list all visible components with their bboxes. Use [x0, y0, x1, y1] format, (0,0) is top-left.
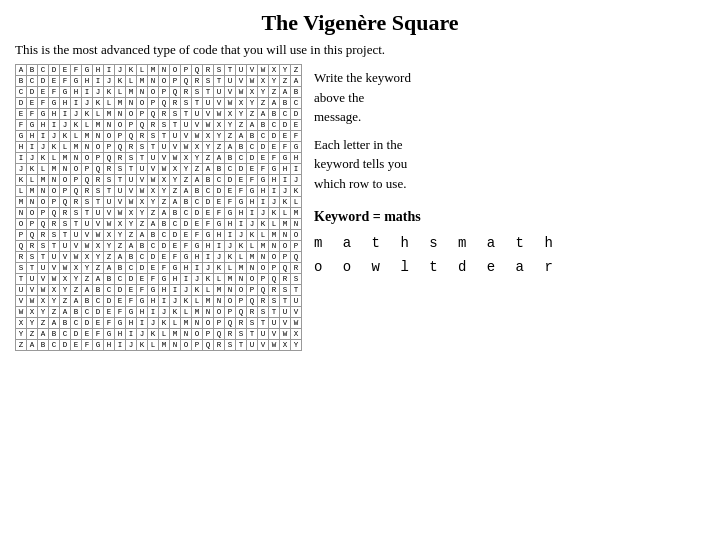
table-cell: M [49, 164, 60, 175]
table-cell: E [16, 109, 27, 120]
table-cell: J [280, 186, 291, 197]
table-cell: U [104, 197, 115, 208]
table-cell: V [82, 230, 93, 241]
table-cell: H [225, 219, 236, 230]
table-cell: X [71, 263, 82, 274]
table-cell: Y [71, 274, 82, 285]
table-cell: M [126, 87, 137, 98]
table-cell: D [269, 131, 280, 142]
table-cell: A [225, 142, 236, 153]
table-cell: L [291, 197, 302, 208]
table-cell: B [225, 153, 236, 164]
table-cell: Y [192, 153, 203, 164]
table-cell: O [93, 142, 104, 153]
table-cell: G [126, 307, 137, 318]
table-cell: A [27, 340, 38, 351]
table-cell: P [93, 153, 104, 164]
table-cell: H [137, 307, 148, 318]
table-cell: N [49, 175, 60, 186]
table-cell: C [192, 197, 203, 208]
table-cell: K [27, 164, 38, 175]
table-cell: J [225, 241, 236, 252]
table-cell: Z [214, 142, 225, 153]
table-cell: X [16, 318, 27, 329]
table-cell: N [38, 186, 49, 197]
table-cell: S [170, 109, 181, 120]
table-cell: Q [181, 76, 192, 87]
table-cell: H [38, 120, 49, 131]
table-cell: T [82, 208, 93, 219]
table-cell: E [49, 76, 60, 87]
table-cell: V [247, 65, 258, 76]
table-cell: C [258, 131, 269, 142]
table-cell: M [93, 120, 104, 131]
table-cell: R [258, 296, 269, 307]
table-cell: A [269, 98, 280, 109]
table-cell: T [203, 87, 214, 98]
table-cell: A [159, 208, 170, 219]
table-cell: C [137, 252, 148, 263]
keyword-row2: o o w l t d e a r [314, 259, 705, 275]
table-cell: Y [148, 197, 159, 208]
keyword-block: Keyword = maths m a t h s m a t h o o w … [314, 209, 705, 283]
table-cell: C [38, 65, 49, 76]
instruction-line3: message. [314, 109, 361, 124]
table-cell: H [203, 241, 214, 252]
table-cell: O [60, 175, 71, 186]
table-cell: Q [192, 65, 203, 76]
table-cell: Y [49, 296, 60, 307]
table-cell: R [137, 131, 148, 142]
table-cell: S [137, 142, 148, 153]
table-cell: Y [159, 186, 170, 197]
table-cell: S [27, 252, 38, 263]
table-cell: G [27, 120, 38, 131]
table-cell: M [192, 307, 203, 318]
table-cell: C [27, 76, 38, 87]
vigenere-table: ABCDEFGHIJKLMNOPQRSTUVWXYZBCDEFGHIJKLMNO… [15, 64, 302, 351]
table-cell: Y [181, 164, 192, 175]
table-cell: F [93, 329, 104, 340]
table-cell: H [104, 340, 115, 351]
table-cell: O [126, 109, 137, 120]
table-cell: V [71, 241, 82, 252]
table-cell: Z [27, 329, 38, 340]
table-cell: T [236, 340, 247, 351]
table-cell: K [60, 131, 71, 142]
table-cell: K [148, 329, 159, 340]
table-cell: O [104, 131, 115, 142]
table-cell: E [236, 175, 247, 186]
table-cell: R [225, 329, 236, 340]
table-cell: K [258, 219, 269, 230]
table-cell: D [49, 65, 60, 76]
table-cell: K [225, 252, 236, 263]
table-cell: G [192, 241, 203, 252]
table-cell: U [137, 164, 148, 175]
table-cell: F [269, 153, 280, 164]
table-cell: L [82, 120, 93, 131]
table-cell: W [192, 131, 203, 142]
table-cell: Q [170, 87, 181, 98]
table-cell: G [203, 230, 214, 241]
table-cell: V [126, 186, 137, 197]
table-cell: R [170, 98, 181, 109]
table-cell: W [126, 197, 137, 208]
table-cell: C [280, 109, 291, 120]
table-cell: F [280, 142, 291, 153]
table-cell: Q [258, 285, 269, 296]
table-cell: E [148, 263, 159, 274]
table-cell: X [214, 120, 225, 131]
table-cell: D [126, 274, 137, 285]
table-cell: I [148, 307, 159, 318]
table-cell: M [115, 98, 126, 109]
table-cell: E [203, 208, 214, 219]
table-cell: H [214, 230, 225, 241]
table-cell: E [60, 65, 71, 76]
table-cell: M [159, 340, 170, 351]
table-cell: Y [126, 219, 137, 230]
table-cell: K [269, 208, 280, 219]
table-cell: D [225, 175, 236, 186]
table-cell: A [192, 175, 203, 186]
table-cell: I [49, 120, 60, 131]
table-cell: N [115, 109, 126, 120]
table-cell: G [291, 142, 302, 153]
